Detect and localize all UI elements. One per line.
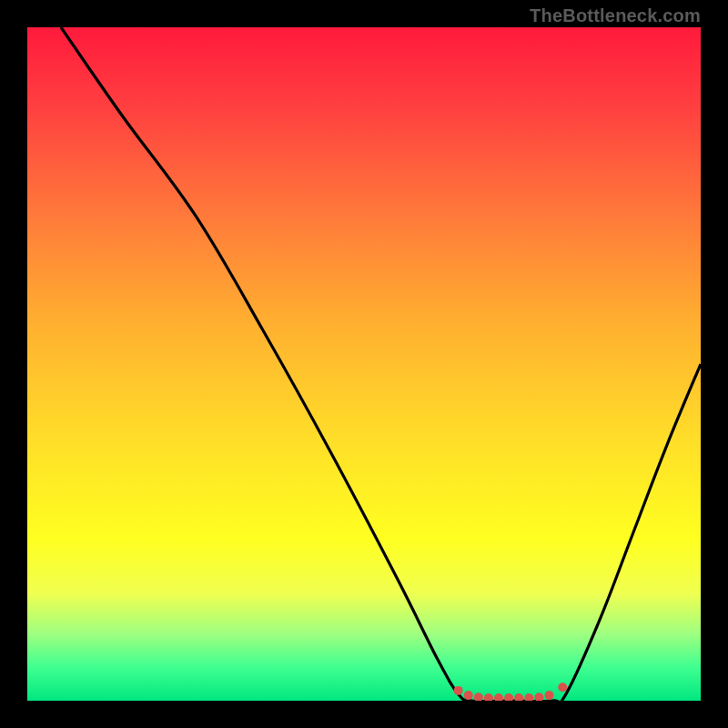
chart-frame: TheBottleneck.com bbox=[0, 0, 728, 728]
watermark-text: TheBottleneck.com bbox=[530, 5, 701, 26]
plot-gradient-background bbox=[27, 27, 701, 701]
